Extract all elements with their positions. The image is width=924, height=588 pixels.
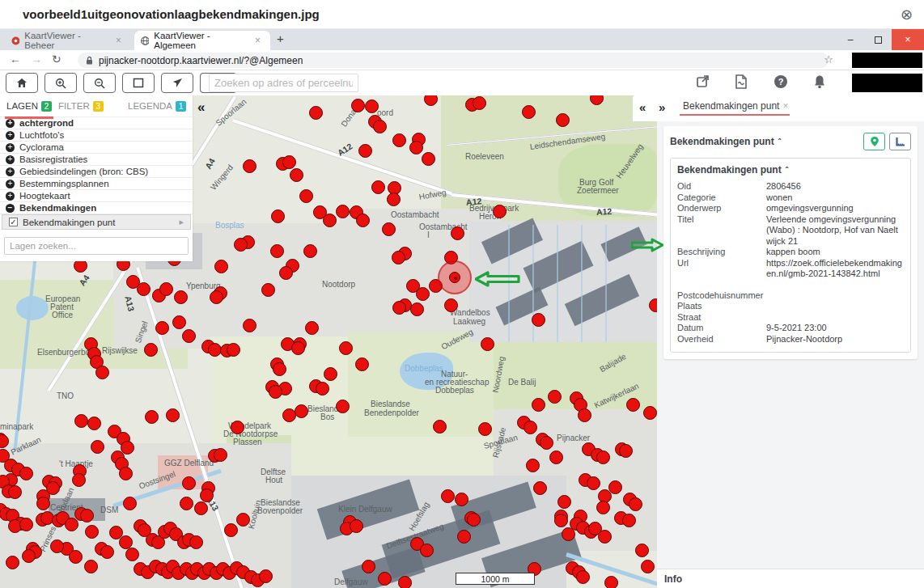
bekendmaking-marker[interactable] — [182, 476, 196, 490]
home-button[interactable] — [6, 73, 38, 93]
expand-icon[interactable]: + — [6, 155, 15, 164]
bekendmaking-marker[interactable] — [19, 467, 33, 480]
bekendmaking-marker[interactable] — [159, 282, 173, 296]
tab-close-icon[interactable]: × — [252, 35, 264, 46]
sidebar-collapse-icon[interactable]: « — [197, 99, 205, 116]
bekendmaking-marker[interactable] — [596, 451, 610, 464]
bekendmaking-marker[interactable] — [457, 530, 471, 544]
bekendmaking-marker[interactable] — [123, 497, 137, 510]
layers-tab-legenda[interactable]: LEGENDA1 — [126, 98, 188, 115]
layer-search-input[interactable] — [4, 237, 189, 255]
bekendmaking-marker[interactable] — [295, 404, 308, 418]
layers-tab-lagen[interactable]: LAGEN2 — [5, 98, 53, 115]
bekendmaking-marker[interactable] — [420, 544, 434, 557]
bekendmaking-marker[interactable] — [270, 244, 284, 258]
layer-row[interactable]: +Bestemmingsplannen — [0, 178, 193, 190]
bekendmaking-marker[interactable] — [271, 209, 285, 223]
share-button[interactable] — [696, 74, 710, 92]
sublayer-bekendmakingen-punt[interactable]: ✓Bekendmakingen punt▸ — [2, 214, 191, 230]
pdf-export-button[interactable] — [735, 74, 748, 92]
forward-icon[interactable]: → — [31, 53, 42, 66]
bekendmaking-marker[interactable] — [424, 95, 438, 106]
maximize-button[interactable] — [864, 29, 892, 50]
bekendmaking-marker[interactable] — [80, 509, 94, 522]
help-button[interactable]: ? — [774, 74, 788, 92]
bekendmaking-marker[interactable] — [478, 422, 492, 436]
bekendmaking-marker[interactable] — [194, 501, 208, 515]
bekendmaking-marker[interactable] — [336, 400, 350, 413]
bekendmaking-marker[interactable] — [166, 408, 180, 422]
bekendmaking-marker[interactable] — [125, 548, 139, 561]
bekendmaking-marker[interactable] — [19, 518, 33, 531]
bekendmaking-marker[interactable] — [210, 290, 223, 304]
browser-tab-algemeen[interactable]: KaartViewer - Algemeen × — [134, 31, 270, 50]
layer-row[interactable]: +Luchtfoto's — [0, 129, 193, 142]
bekendmaking-marker[interactable] — [540, 436, 553, 450]
bekendmaking-marker[interactable] — [87, 417, 101, 430]
bekendmaking-marker[interactable] — [643, 406, 657, 420]
minimize-button[interactable]: – — [837, 29, 864, 50]
bekendmaking-marker[interactable] — [339, 341, 353, 355]
chart-axis-button[interactable] — [889, 133, 911, 150]
bekendmaking-marker[interactable] — [36, 497, 50, 510]
bekendmaking-marker[interactable] — [214, 448, 227, 462]
bekendmaking-marker[interactable] — [604, 576, 618, 588]
bekendmaking-marker[interactable] — [172, 315, 186, 329]
bekendmaking-marker[interactable] — [200, 489, 214, 502]
bekendmaking-marker[interactable] — [533, 481, 547, 495]
zoom-to-feature-button[interactable] — [863, 133, 885, 150]
bekendmaking-marker[interactable] — [467, 513, 481, 527]
layers-tab-filter[interactable]: FILTER3 — [57, 98, 105, 115]
bekendmaking-marker[interactable] — [387, 192, 401, 206]
bekendmaking-marker[interactable] — [74, 414, 88, 428]
bekendmaking-marker[interactable] — [373, 120, 387, 133]
feature-card-header[interactable]: Bekendmakingen punt ˆ — [670, 133, 911, 150]
collapse-icon[interactable]: − — [6, 204, 15, 213]
bekendmaking-marker[interactable] — [259, 569, 273, 583]
bekendmaking-marker[interactable] — [234, 238, 248, 252]
bekendmaking-marker[interactable] — [587, 476, 600, 490]
bekendmaking-marker[interactable] — [441, 489, 455, 503]
bekendmaking-marker[interactable] — [629, 497, 642, 511]
bekendmaking-marker[interactable] — [473, 96, 486, 110]
bekendmaking-marker[interactable] — [290, 168, 303, 182]
layer-row[interactable]: +Hoogtekaart — [0, 190, 193, 202]
bekendmaking-marker[interactable] — [336, 205, 350, 218]
bekendmaking-marker[interactable] — [365, 99, 379, 113]
expand-icon[interactable]: + — [6, 119, 15, 128]
bekendmaking-marker[interactable] — [576, 570, 590, 584]
bekendmaking-marker[interactable] — [371, 180, 385, 194]
bekendmaking-marker[interactable] — [231, 421, 244, 434]
bekendmaking-marker[interactable] — [392, 251, 405, 264]
expand-icon[interactable]: + — [6, 180, 15, 188]
bekendmaking-marker[interactable] — [626, 398, 640, 412]
bekendmaking-marker[interactable] — [451, 226, 464, 240]
bekendmaking-marker[interactable] — [243, 159, 256, 173]
bekendmaking-marker[interactable] — [85, 525, 99, 539]
reload-icon[interactable]: ↻ — [52, 53, 61, 66]
bekendmaking-marker[interactable] — [291, 341, 305, 355]
layer-row[interactable]: +achtergrond — [0, 117, 193, 129]
expand-icon[interactable]: + — [6, 192, 15, 201]
zoom-in-button[interactable] — [45, 73, 77, 93]
bekendmaking-marker[interactable] — [598, 530, 612, 544]
bekendmaking-marker[interactable] — [532, 398, 545, 412]
bekendmaking-marker[interactable] — [522, 105, 536, 119]
bekendmaking-marker[interactable] — [409, 141, 423, 154]
bekendmaking-marker[interactable] — [214, 260, 228, 273]
bekendmaking-marker[interactable] — [243, 319, 256, 332]
bekendmaking-marker[interactable] — [378, 572, 392, 586]
bekendmaking-marker[interactable] — [309, 106, 323, 120]
bekendmaking-marker[interactable] — [410, 302, 424, 316]
close-button[interactable]: × — [892, 29, 924, 50]
bekendmaking-marker[interactable] — [305, 321, 319, 335]
bekendmaking-marker[interactable] — [641, 560, 655, 573]
bekendmaking-marker[interactable] — [526, 459, 540, 472]
bekendmaking-marker[interactable] — [556, 113, 570, 127]
bekendmaking-marker[interactable] — [422, 152, 435, 166]
layer-arrow-icon[interactable]: ▸ — [179, 217, 184, 227]
bekendmaking-marker[interactable] — [144, 343, 158, 357]
bekendmaking-marker[interactable] — [189, 535, 203, 549]
panel-expand-icon[interactable]: » — [659, 100, 665, 114]
bekendmaking-marker[interactable] — [279, 266, 293, 280]
